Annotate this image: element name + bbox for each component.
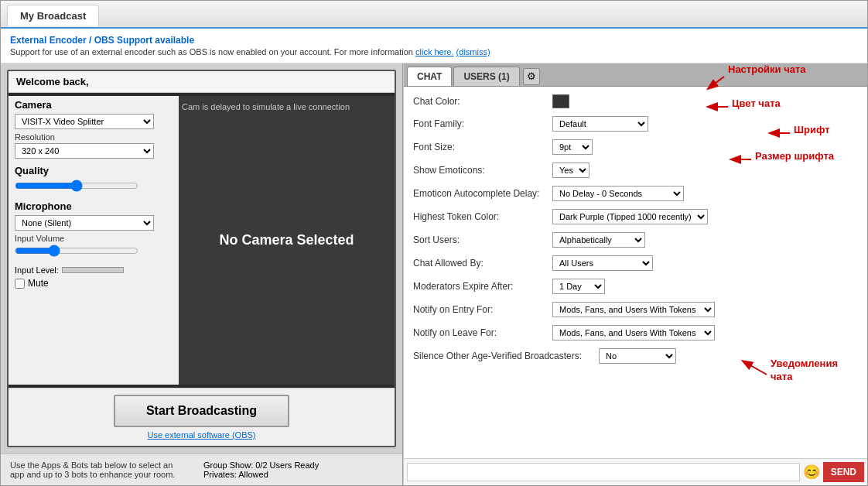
no-camera-text: No Camera Selected xyxy=(219,232,354,248)
notify-entry-select[interactable]: Mods, Fans, and Users With Tokens Mods O… xyxy=(552,302,715,317)
microphone-select[interactable]: None (Silent) Default Microphone xyxy=(15,215,154,231)
emoticon-delay-label: Emoticon Autocomplete Delay: xyxy=(413,188,552,199)
main-split: Welcome back, Camera VISIT-X Video Split… xyxy=(1,63,867,485)
silence-row: Silence Other Age-Verified Broadcasters:… xyxy=(413,348,858,364)
chat-allowed-label: Chat Allowed By: xyxy=(413,258,552,269)
encoder-notice: External Encoder / OBS Support available… xyxy=(1,29,867,63)
resolution-label: Resolution xyxy=(15,132,173,142)
bottom-left-text: Use the Apps & Bots tab below to select … xyxy=(10,460,188,479)
moderators-expire-select[interactable]: 1 Day 1 Week Never xyxy=(552,279,605,294)
mute-label: Mute xyxy=(28,278,49,289)
notify-leave-label: Notify on Leave For: xyxy=(413,327,552,338)
moderators-expire-label: Moderators Expire After: xyxy=(413,281,552,292)
camera-select[interactable]: VISIT-X Video Splitter No Camera Webcam xyxy=(15,114,154,129)
tab-chat[interactable]: CHAT xyxy=(407,67,452,86)
main-tab[interactable]: My Broadcast xyxy=(7,5,99,26)
video-preview: Cam is delayed to simulate a live connec… xyxy=(179,96,395,385)
font-size-label: Font Size: xyxy=(413,142,552,152)
moderators-expire-row: Moderators Expire After: 1 Day 1 Week Ne… xyxy=(413,279,858,294)
chat-text-input[interactable] xyxy=(407,463,800,481)
font-family-label: Font Family: xyxy=(413,118,552,129)
tab-users[interactable]: USERS (1) xyxy=(453,67,519,86)
click-here-link[interactable]: click here. xyxy=(415,47,454,56)
broadcast-btn-area: Start Broadcasting Use external software… xyxy=(9,388,395,446)
encoder-desc: Support for use of an external encoder s… xyxy=(10,47,858,56)
mute-row: Mute xyxy=(15,278,173,289)
start-broadcasting-button[interactable]: Start Broadcasting xyxy=(114,395,289,427)
resolution-select[interactable]: 320 x 240 640 x 480 1280 x 720 xyxy=(15,143,154,159)
content-area: External Encoder / OBS Support available… xyxy=(1,29,867,485)
font-family-row: Font Family: Default Arial Times New Rom… xyxy=(413,116,858,132)
emoticon-delay-select[interactable]: No Delay - 0 Seconds 1 Second 2 Seconds xyxy=(552,186,684,201)
show-emoticons-row: Show Emoticons: Yes No xyxy=(413,163,858,178)
show-emoticons-label: Show Emoticons: xyxy=(413,165,552,176)
notify-entry-label: Notify on Entry For: xyxy=(413,304,552,315)
highest-token-label: Highest Token Color: xyxy=(413,211,552,222)
input-level-row: Input Level: xyxy=(15,265,173,275)
mute-checkbox[interactable] xyxy=(15,279,25,289)
quality-label: Quality xyxy=(15,165,173,176)
bottom-info: Use the Apps & Bots tab below to select … xyxy=(1,453,402,485)
right-panel: Настройки чата CHAT USERS (1) ⚙ xyxy=(403,63,867,485)
chat-allowed-select[interactable]: All Users Fans Only Mods Only xyxy=(552,255,653,271)
sort-users-label: Sort Users: xyxy=(413,234,552,245)
cam-controls: Camera VISIT-X Video Splitter No Camera … xyxy=(9,96,179,385)
highest-token-row: Highest Token Color: Dark Purple (Tipped… xyxy=(413,209,858,224)
input-level-label: Input Level: xyxy=(15,265,59,275)
silence-select[interactable]: No Yes xyxy=(599,348,676,364)
privates-text: Privates: Allowed xyxy=(203,470,319,479)
sort-users-select[interactable]: Alphabetically By Tokens By Join Time xyxy=(552,232,645,248)
bottom-right-info: Group Show: 0/2 Users Ready Privates: Al… xyxy=(203,460,319,479)
gear-icon[interactable]: ⚙ xyxy=(523,68,540,85)
volume-slider-container xyxy=(15,245,173,259)
cam-delayed-text: Cam is delayed to simulate a live connec… xyxy=(182,102,350,111)
preview-area: Welcome back, Camera VISIT-X Video Split… xyxy=(7,70,396,447)
emoji-button[interactable]: 😊 xyxy=(803,464,820,481)
chat-tabs: CHAT USERS (1) ⚙ xyxy=(404,63,867,87)
chat-allowed-row: Chat Allowed By: All Users Fans Only Mod… xyxy=(413,255,858,271)
input-volume-label: Input Volume xyxy=(15,234,173,243)
highest-token-select[interactable]: Dark Purple (Tipped 1000 recently) Blue … xyxy=(552,209,708,224)
left-panel: Welcome back, Camera VISIT-X Video Split… xyxy=(1,63,403,485)
notify-entry-row: Notify on Entry For: Mods, Fans, and Use… xyxy=(413,302,858,317)
chat-color-label: Chat Color: xyxy=(413,96,552,107)
quality-slider[interactable] xyxy=(15,180,138,192)
input-level-bar xyxy=(62,267,124,273)
camera-label: Camera xyxy=(15,99,173,111)
group-show-text: Group Show: 0/2 Users Ready xyxy=(203,460,319,470)
notify-leave-row: Notify on Leave For: Mods, Fans, and Use… xyxy=(413,325,858,341)
send-button[interactable]: SEND xyxy=(823,462,864,482)
dismiss-link[interactable]: (dismiss) xyxy=(456,47,490,56)
font-size-row: Font Size: 9pt 10pt 11pt 12pt xyxy=(413,139,858,155)
controls-row: Camera VISIT-X Video Splitter No Camera … xyxy=(9,93,395,388)
title-bar: My Broadcast xyxy=(1,1,867,29)
welcome-bar: Welcome back, xyxy=(9,71,395,93)
font-size-select[interactable]: 9pt 10pt 11pt 12pt xyxy=(552,139,593,155)
font-family-select[interactable]: Default Arial Times New Roman xyxy=(552,116,648,132)
emoticon-delay-row: Emoticon Autocomplete Delay: No Delay - … xyxy=(413,186,858,201)
obs-link[interactable]: Use external software (OBS) xyxy=(148,430,256,440)
chat-color-row: Chat Color: xyxy=(413,94,858,108)
chat-color-swatch[interactable] xyxy=(552,94,569,108)
main-window: My Broadcast External Encoder / OBS Supp… xyxy=(0,0,868,486)
microphone-label: Microphone xyxy=(15,200,173,212)
silence-label: Silence Other Age-Verified Broadcasters: xyxy=(413,351,599,361)
show-emoticons-select[interactable]: Yes No xyxy=(552,163,589,178)
chat-input-area: 😊 SEND xyxy=(404,458,867,485)
notify-leave-select[interactable]: Mods, Fans, and Users With Tokens Mods O… xyxy=(552,325,715,341)
quality-slider-container xyxy=(15,180,173,194)
sort-users-row: Sort Users: Alphabetically By Tokens By … xyxy=(413,232,858,248)
volume-slider[interactable] xyxy=(15,245,138,257)
chat-settings: Chat Color: Font Family: Default Arial T… xyxy=(404,87,867,458)
encoder-title: External Encoder / OBS Support available xyxy=(10,35,858,46)
